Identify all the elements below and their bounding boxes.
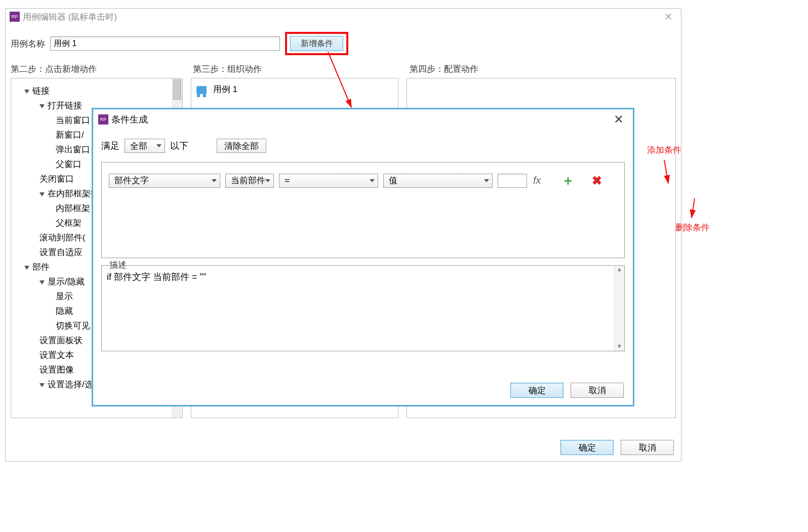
caret-down-icon	[39, 383, 45, 387]
tree-item-label: 隐藏	[56, 306, 73, 316]
case-name-input[interactable]	[50, 36, 280, 51]
tree-item-label: 显示/隐藏	[48, 277, 85, 287]
close-icon[interactable]: ✕	[610, 112, 628, 127]
ok-button[interactable]: 确定	[560, 440, 614, 455]
app-icon: RP	[10, 12, 20, 22]
tree-item-label: 新窗口/	[56, 130, 84, 140]
condition-builder-dialog: RP 条件生成 ✕ 满足 全部 以下 清除全部 部件文字 当前部件 = 值 fx…	[92, 108, 634, 406]
tree-item-label: 部件	[32, 262, 50, 272]
tree-item-label: 弹出窗口	[56, 145, 90, 154]
cancel-button[interactable]: 取消	[571, 383, 624, 398]
case-name-label: 用例名称	[11, 38, 45, 50]
tree-item-label: 设置文本	[39, 350, 74, 360]
tree-item-label: 滚动到部件(	[39, 233, 86, 242]
scroll-thumb[interactable]	[173, 79, 181, 100]
tree-item-label: 设置自适应	[39, 248, 83, 257]
caret-down-icon	[24, 266, 29, 270]
annotation-frame: 新增条件	[285, 32, 348, 55]
tree-item[interactable]: 链接	[13, 84, 180, 98]
description-box: if 部件文字 当前部件 = "" ▲▼	[101, 265, 625, 351]
suffix-label: 以下	[170, 140, 188, 152]
tree-item-label: 切换可见	[56, 321, 90, 331]
description-text: if 部件文字 当前部件 = ""	[107, 272, 206, 282]
add-condition-button[interactable]: 新增条件	[290, 36, 343, 51]
clear-all-button[interactable]: 清除全部	[217, 139, 266, 153]
step-4-label: 第四步：配置动作	[410, 63, 676, 75]
match-mode-select[interactable]: 全部	[125, 139, 165, 153]
compare-value-input[interactable]	[498, 174, 527, 188]
condition-row: 部件文字 当前部件 = 值 fx ＋ ✖	[109, 172, 617, 189]
operator-select[interactable]: =	[279, 174, 378, 188]
case-item-label: 用例 1	[213, 85, 237, 94]
plus-icon[interactable]: ＋	[561, 172, 575, 189]
chevron-down-icon	[484, 179, 489, 182]
tree-item-label: 设置面板状	[39, 336, 83, 345]
tree-item-label: 显示	[56, 292, 73, 301]
chevron-down-icon	[265, 179, 270, 182]
tree-item-label: 关闭窗口	[39, 174, 74, 184]
chevron-down-icon	[370, 179, 375, 182]
dialog-title: 条件生成	[111, 113, 148, 126]
cancel-button[interactable]: 取消	[621, 440, 674, 455]
tree-item-label: 父框架	[56, 218, 82, 228]
window-title: 用例编辑器 (鼠标单击时)	[23, 11, 117, 23]
chevron-down-icon	[212, 179, 217, 182]
chevron-down-icon	[156, 144, 161, 147]
case-icon	[196, 86, 207, 94]
app-icon: RP	[98, 114, 108, 125]
caret-down-icon	[39, 104, 45, 108]
tree-item-label: 内部框架	[56, 203, 90, 213]
caret-down-icon	[39, 280, 45, 284]
caret-down-icon	[39, 192, 45, 196]
tree-item-label: 链接	[32, 86, 50, 96]
tree-item-label: 当前窗口	[56, 115, 90, 125]
step-2-label: 第二步：点击新增动作	[11, 63, 193, 75]
scrollbar[interactable]: ▲▼	[614, 266, 624, 351]
satisfy-label: 满足	[101, 140, 119, 152]
close-icon[interactable]: ✕	[660, 11, 677, 23]
caret-down-icon	[24, 90, 29, 94]
ok-button[interactable]: 确定	[510, 383, 563, 398]
fx-button[interactable]: fx	[532, 175, 542, 186]
conditions-container: 部件文字 当前部件 = 值 fx ＋ ✖	[101, 162, 625, 258]
titlebar: RP 用例编辑器 (鼠标单击时) ✕	[6, 9, 681, 25]
compare-type-select[interactable]: 值	[383, 174, 493, 188]
tree-item-label: 父窗口	[56, 159, 82, 169]
svg-line-9	[692, 198, 695, 218]
step-3-label: 第三步：组织动作	[193, 63, 410, 75]
subject-select[interactable]: 部件文字	[109, 174, 220, 188]
target-select[interactable]: 当前部件	[225, 174, 274, 188]
delete-icon[interactable]: ✖	[592, 174, 602, 188]
tree-item-label: 打开链接	[48, 101, 82, 110]
tree-item-label: 设置图像	[39, 365, 74, 375]
